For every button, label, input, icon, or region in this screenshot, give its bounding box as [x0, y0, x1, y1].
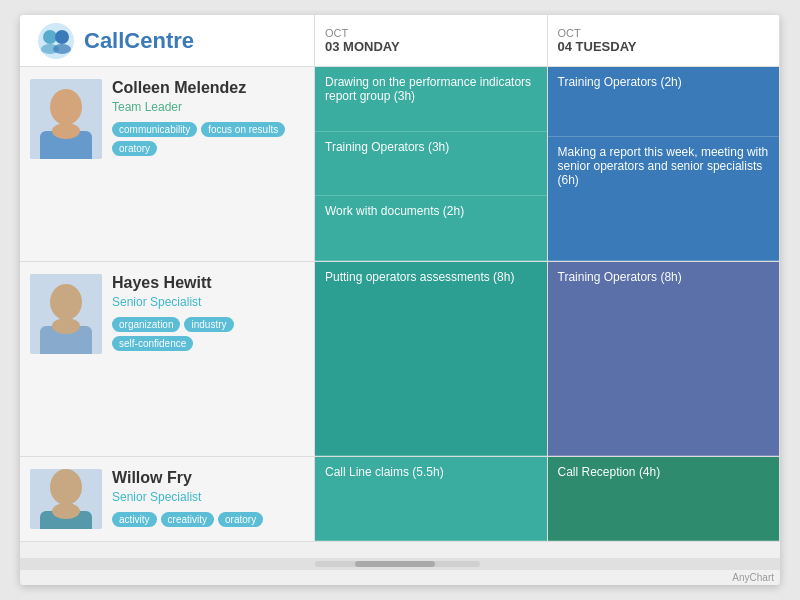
svg-point-4	[53, 44, 71, 54]
mon-col-hayes: Putting operators assessments (8h)	[315, 262, 548, 456]
person-role-willow: Senior Specialist	[112, 490, 304, 504]
tag: focus on results	[201, 122, 285, 137]
tags-colleen: communicability focus on results oratory	[112, 122, 304, 156]
svg-point-10	[50, 284, 82, 320]
logo-area: CallCentre	[20, 15, 315, 66]
person-name-willow: Willow Fry	[112, 469, 304, 487]
tue-col-willow: Call Reception (4h)	[548, 457, 781, 541]
col2-header: OCT 04 TUESDAY	[548, 15, 781, 66]
person-name-hayes: Hayes Hewitt	[112, 274, 304, 292]
content-area[interactable]: Colleen Melendez Team Leader communicabi…	[20, 67, 780, 558]
tag: self-confidence	[112, 336, 193, 351]
tag: oratory	[112, 141, 157, 156]
person-role-hayes: Senior Specialist	[112, 295, 304, 309]
tag: oratory	[218, 512, 263, 527]
main-container: CallCentre OCT 03 MONDAY OCT 04 TUESDAY	[20, 15, 780, 585]
svg-point-2	[55, 30, 69, 44]
avatar-willow	[30, 469, 102, 529]
task-cell[interactable]: Training Operators (2h)	[548, 67, 780, 137]
person-info-hayes: Hayes Hewitt Senior Specialist organizat…	[20, 262, 315, 456]
col1-day: 03 MONDAY	[325, 39, 537, 54]
person-info-willow: Willow Fry Senior Specialist activity cr…	[20, 457, 315, 541]
col2-month: OCT	[558, 27, 770, 39]
tag: organization	[112, 317, 180, 332]
tue-col-colleen: Training Operators (2h) Making a report …	[548, 67, 781, 261]
svg-point-8	[52, 123, 80, 139]
svg-point-6	[50, 89, 82, 125]
svg-point-12	[52, 318, 80, 334]
person-details-hayes: Hayes Hewitt Senior Specialist organizat…	[112, 274, 304, 444]
logo-icon	[36, 21, 76, 61]
tag: activity	[112, 512, 157, 527]
tags-hayes: organization industry self-confidence	[112, 317, 304, 351]
col1-header: OCT 03 MONDAY	[315, 15, 548, 66]
person-role-colleen: Team Leader	[112, 100, 304, 114]
svg-point-16	[52, 503, 80, 519]
svg-point-1	[43, 30, 57, 44]
task-cell[interactable]: Training Operators (8h)	[548, 262, 780, 456]
task-cell[interactable]: Putting operators assessments (8h)	[315, 262, 547, 456]
person-row: Hayes Hewitt Senior Specialist organizat…	[20, 262, 780, 457]
mon-col-willow: Call Line claims (5.5h)	[315, 457, 548, 541]
person-info-colleen: Colleen Melendez Team Leader communicabi…	[20, 67, 315, 261]
task-cell[interactable]: Making a report this week, meeting with …	[548, 137, 780, 261]
task-cell[interactable]: Drawing on the performance indicators re…	[315, 67, 547, 132]
task-cell[interactable]: Work with documents (2h)	[315, 196, 547, 261]
credit-text: AnyChart	[732, 572, 774, 583]
logo-text: CallCentre	[84, 28, 194, 54]
bottom-scrollbar[interactable]	[20, 558, 780, 570]
scrollbar-thumb[interactable]	[355, 561, 435, 567]
person-row: Willow Fry Senior Specialist activity cr…	[20, 457, 780, 542]
col1-month: OCT	[325, 27, 537, 39]
svg-point-0	[38, 23, 74, 59]
col2-day: 04 TUESDAY	[558, 39, 770, 54]
task-cell[interactable]: Call Line claims (5.5h)	[315, 457, 547, 541]
tag: creativity	[161, 512, 214, 527]
person-name-colleen: Colleen Melendez	[112, 79, 304, 97]
scrollbar-track	[315, 561, 480, 567]
tue-col-hayes: Training Operators (8h)	[548, 262, 781, 456]
tags-willow: activity creativity oratory	[112, 512, 304, 527]
header: CallCentre OCT 03 MONDAY OCT 04 TUESDAY	[20, 15, 780, 67]
avatar-hayes	[30, 274, 102, 354]
avatar-colleen	[30, 79, 102, 159]
task-cell[interactable]: Training Operators (3h)	[315, 132, 547, 197]
credit: AnyChart	[20, 570, 780, 585]
person-row: Colleen Melendez Team Leader communicabi…	[20, 67, 780, 262]
tag: communicability	[112, 122, 197, 137]
mon-col-colleen: Drawing on the performance indicators re…	[315, 67, 548, 261]
svg-point-14	[50, 469, 82, 505]
task-cell[interactable]: Call Reception (4h)	[548, 457, 780, 541]
person-details-colleen: Colleen Melendez Team Leader communicabi…	[112, 79, 304, 249]
person-details-willow: Willow Fry Senior Specialist activity cr…	[112, 469, 304, 529]
tag: industry	[184, 317, 233, 332]
